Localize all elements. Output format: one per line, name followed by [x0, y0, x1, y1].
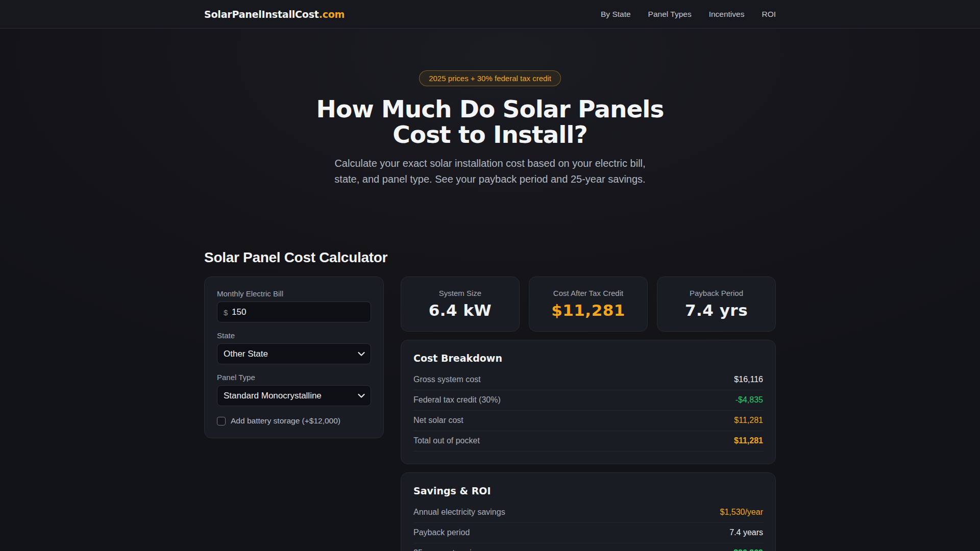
page-title-line1: How Much Do Solar Panels [0, 96, 980, 122]
electric-bill-input[interactable] [217, 302, 371, 322]
row-label: Annual electricity savings [413, 508, 505, 517]
row-value: $16,116 [734, 375, 763, 384]
cost-breakdown-title: Cost Breakdown [413, 353, 763, 364]
row-label: Net solar cost [413, 416, 463, 425]
stat-value: 7.4 yrs [663, 301, 770, 319]
promo-badge: 2025 prices + 30% federal tax credit [419, 70, 561, 86]
row-label: Payback period [413, 528, 470, 537]
nav-link-panel-types[interactable]: Panel Types [648, 10, 692, 19]
battery-storage-label: Add battery storage (+$12,000) [231, 416, 340, 425]
panel-type-label: Panel Type [217, 373, 371, 382]
row-value: $1,530/year [720, 508, 763, 517]
stat-card-payback-period: Payback Period 7.4 yrs [657, 277, 776, 332]
top-navigation-bar: SolarPanelInstallCost.com By State Panel… [0, 0, 980, 29]
stat-value: 6.4 kW [406, 301, 514, 319]
row-label: 25-year net savings [413, 548, 485, 551]
primary-nav: By State Panel Types Incentives ROI [601, 10, 776, 19]
state-select[interactable]: Other State [217, 343, 371, 364]
table-row: Gross system cost $16,116 [413, 370, 763, 390]
nav-link-incentives[interactable]: Incentives [709, 10, 745, 19]
row-value: $11,281 [734, 436, 763, 445]
row-label: Gross system cost [413, 375, 481, 384]
battery-storage-checkbox[interactable] [217, 417, 226, 425]
nav-link-roi[interactable]: ROI [762, 10, 776, 19]
nav-link-by-state[interactable]: By State [601, 10, 631, 19]
site-logo[interactable]: SolarPanelInstallCost.com [204, 9, 345, 20]
row-value: $11,281 [734, 416, 763, 425]
stat-label: System Size [406, 289, 514, 297]
row-value: -$4,835 [736, 395, 763, 405]
site-logo-main: SolarPanelInstallCost [204, 9, 319, 20]
table-row: 25-year net savings $26,969 [413, 543, 763, 551]
calculator-heading: Solar Panel Cost Calculator [204, 249, 776, 266]
hero-subtitle-line2: state, and panel type. See your payback … [0, 171, 980, 187]
dollar-prefix: $ [224, 308, 228, 316]
row-value: $26,969 [733, 548, 763, 551]
state-label: State [217, 331, 371, 340]
calculator-section: Solar Panel Cost Calculator Monthly Elec… [204, 249, 776, 551]
hero-section: 2025 prices + 30% federal tax credit How… [0, 29, 980, 187]
table-row: Annual electricity savings $1,530/year [413, 503, 763, 523]
row-label: Federal tax credit (30%) [413, 395, 501, 405]
site-logo-tld: .com [319, 9, 345, 20]
stat-card-system-size: System Size 6.4 kW [401, 277, 520, 332]
calculator-form-card: Monthly Electric Bill $ State Other Stat… [204, 277, 384, 438]
row-value: 7.4 years [729, 528, 763, 537]
stats-row: System Size 6.4 kW Cost After Tax Credit… [401, 277, 776, 332]
page-title: How Much Do Solar Panels Cost to Install… [0, 96, 980, 147]
row-label: Total out of pocket [413, 436, 480, 445]
hero-subtitle-line1: Calculate your exact solar installation … [0, 156, 980, 171]
table-row: Net solar cost $11,281 [413, 411, 763, 431]
cost-breakdown-card: Cost Breakdown Gross system cost $16,116… [401, 340, 776, 464]
table-row: Total out of pocket $11,281 [413, 431, 763, 452]
hero-subtitle: Calculate your exact solar installation … [0, 156, 980, 187]
stat-value: $11,281 [534, 301, 642, 319]
stat-label: Cost After Tax Credit [534, 289, 642, 297]
table-row: Payback period 7.4 years [413, 523, 763, 543]
page-title-line2: Cost to Install? [0, 122, 980, 147]
savings-roi-card: Savings & ROI Annual electricity savings… [401, 472, 776, 551]
table-row: Federal tax credit (30%) -$4,835 [413, 390, 763, 411]
panel-type-select[interactable]: Standard Monocrystalline [217, 385, 371, 406]
results-column: System Size 6.4 kW Cost After Tax Credit… [401, 277, 776, 551]
savings-roi-title: Savings & ROI [413, 485, 763, 496]
stat-card-cost-after-credit: Cost After Tax Credit $11,281 [529, 277, 648, 332]
stat-label: Payback Period [663, 289, 770, 297]
battery-storage-option[interactable]: Add battery storage (+$12,000) [217, 416, 371, 425]
electric-bill-label: Monthly Electric Bill [217, 289, 371, 298]
